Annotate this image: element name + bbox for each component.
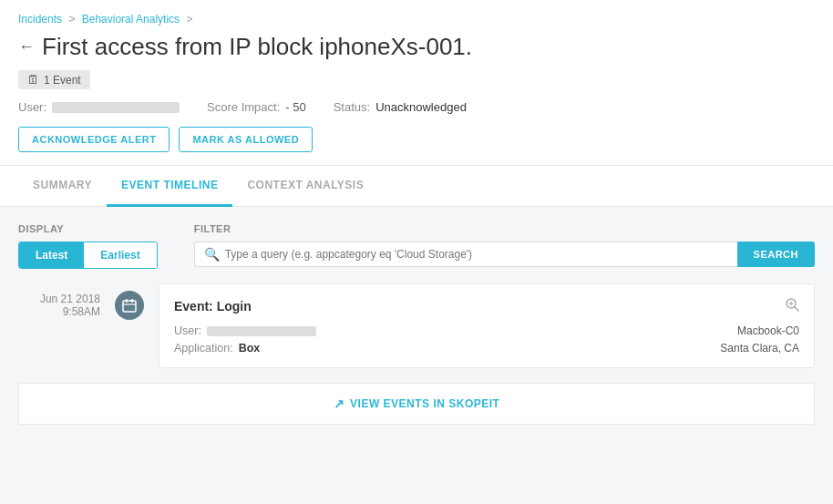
search-input[interactable] <box>225 248 728 261</box>
meta-row: User: Score Impact: - 50 Status: Unackno… <box>18 100 815 114</box>
header-section: Incidents > Behavioral Analytics > ← Fir… <box>0 0 833 166</box>
svg-rect-2 <box>131 299 133 303</box>
actions-row: ACKNOWLEDGE ALERT MARK AS ALLOWED <box>18 127 815 152</box>
status-value: Unacknowledged <box>375 100 467 114</box>
back-button[interactable]: ← <box>18 37 35 57</box>
mark-as-allowed-button[interactable]: MARK AS ALLOWED <box>179 127 313 152</box>
event-fields: User: Macbook-C0 Application: Box Santa … <box>174 324 799 355</box>
search-icon: 🔍 <box>204 247 220 262</box>
timeline-icon-col <box>115 283 144 368</box>
calendar-icon: 🗓 <box>27 73 39 87</box>
event-date-day: Jun 21 2018 <box>18 293 100 305</box>
earliest-button[interactable]: Earliest <box>84 242 156 268</box>
svg-rect-1 <box>126 299 128 303</box>
event-application-row: Application: Box Santa Clara, CA <box>174 342 799 355</box>
tab-event-timeline[interactable]: EVENT TIMELINE <box>107 166 232 207</box>
event-badge-label: 1 Event <box>44 74 81 87</box>
user-value-blur <box>52 102 180 113</box>
event-badge: 🗓 1 Event <box>18 70 90 89</box>
display-label: DISPLAY <box>18 223 158 234</box>
view-events-label: VIEW EVENTS IN SKOPEIT <box>350 397 499 410</box>
view-events-bar: ↗ VIEW EVENTS IN SKOPEIT <box>18 383 815 425</box>
event-device: Macbook-C0 <box>737 324 799 337</box>
breadcrumb: Incidents > Behavioral Analytics > <box>18 13 815 26</box>
user-meta: User: <box>18 100 180 114</box>
search-input-wrapper: 🔍 <box>194 242 737 267</box>
breadcrumb-behavioral-analytics[interactable]: Behavioral Analytics <box>82 13 180 26</box>
filter-label: FILTER <box>194 223 815 234</box>
display-group: DISPLAY Latest Earliest <box>18 223 158 269</box>
svg-rect-0 <box>123 301 136 312</box>
event-card-header: Event: Login <box>174 297 799 315</box>
filter-group: FILTER 🔍 SEARCH <box>194 223 815 267</box>
tab-context-analysis[interactable]: CONTEXT ANALYSIS <box>232 166 378 207</box>
content-section: DISPLAY Latest Earliest FILTER 🔍 SEARCH <box>0 207 833 504</box>
event-title: Event: Login <box>174 299 252 314</box>
acknowledge-alert-button[interactable]: ACKNOWLEDGE ALERT <box>18 127 170 152</box>
event-card: Event: Login User: Macbook <box>159 283 815 368</box>
user-label: User: <box>18 100 46 114</box>
breadcrumb-incidents[interactable]: Incidents <box>18 13 62 26</box>
title-row: ← First access from IP block iphoneXs-00… <box>18 33 815 61</box>
status-label: Status: <box>334 100 370 114</box>
timeline-section: Jun 21 2018 9:58AM Event: Login <box>18 283 815 368</box>
toggle-buttons: Latest Earliest <box>18 242 158 269</box>
event-user-value-blur <box>207 326 316 336</box>
page-title: First access from IP block iphoneXs-001. <box>42 33 472 61</box>
latest-button[interactable]: Latest <box>19 242 84 268</box>
search-row: 🔍 SEARCH <box>194 242 815 267</box>
search-button[interactable]: SEARCH <box>737 242 815 267</box>
external-link-icon: ↗ <box>334 396 345 411</box>
event-location: Santa Clara, CA <box>720 342 799 355</box>
page-wrapper: Incidents > Behavioral Analytics > ← Fir… <box>0 0 833 504</box>
event-date: Jun 21 2018 9:58AM <box>18 283 100 368</box>
status-meta: Status: Unacknowledged <box>334 100 467 114</box>
timeline-event-icon <box>115 291 144 320</box>
zoom-icon[interactable] <box>785 297 799 315</box>
view-events-link[interactable]: ↗ VIEW EVENTS IN SKOPEIT <box>334 396 500 411</box>
score-meta: Score Impact: - 50 <box>207 100 306 114</box>
filter-row: DISPLAY Latest Earliest FILTER 🔍 SEARCH <box>18 223 815 269</box>
event-application-label: Application: <box>174 342 233 355</box>
svg-line-5 <box>795 307 798 311</box>
tabs-section: SUMMARY EVENT TIMELINE CONTEXT ANALYSIS <box>0 166 833 207</box>
event-user-row: User: Macbook-C0 <box>174 324 799 337</box>
score-label: Score Impact: <box>207 100 280 114</box>
event-application-value: Box <box>239 342 261 355</box>
event-date-time: 9:58AM <box>18 305 100 318</box>
tab-summary[interactable]: SUMMARY <box>18 166 107 207</box>
score-value: - 50 <box>285 100 305 114</box>
event-user-label: User: <box>174 324 201 337</box>
